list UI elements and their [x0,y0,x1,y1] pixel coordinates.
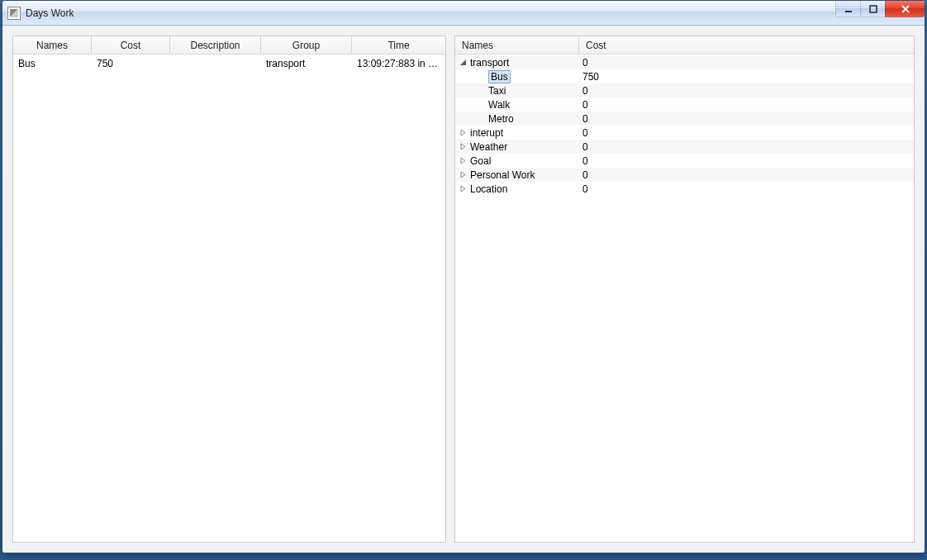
tree-node-cost: 0 [579,57,914,69]
tree-node-label[interactable]: Walk [488,99,510,111]
tree-col-header-cost[interactable]: Cost [579,36,914,54]
expander-spacer [477,101,485,109]
col-header-time[interactable]: Time [352,36,445,54]
close-icon [900,4,911,14]
tree-node-cost: 0 [579,141,914,153]
svg-marker-4 [460,59,466,65]
tree-indent: Location [455,183,579,195]
svg-rect-0 [845,11,852,12]
tree-row[interactable]: Metro0 [455,112,914,126]
tree-indent: transport [455,57,579,69]
tree-row[interactable]: interupt0 [455,126,914,140]
chevron-right-icon[interactable] [459,185,467,193]
svg-marker-5 [461,130,465,135]
expander-spacer [477,87,485,95]
tree-row[interactable]: Weather0 [455,140,914,154]
tree-node-cost: 0 [579,169,914,181]
tree-node-cost: 0 [579,99,914,111]
left-grid-header: Names Cost Description Group Time [13,36,445,55]
tree-node-label[interactable]: Metro [488,113,514,125]
chevron-right-icon[interactable] [459,129,467,137]
tree-row[interactable]: Walk0 [455,97,914,112]
tree-node-cost: 0 [579,155,914,167]
tree-row[interactable]: Location0 [455,182,914,196]
svg-rect-1 [870,6,877,12]
chevron-down-icon[interactable] [459,59,467,67]
tree-node-cost: 0 [579,113,914,125]
tree-col-header-names[interactable]: Names [455,36,579,54]
minimize-icon [844,4,853,14]
tree-node-label[interactable]: Personal Work [470,169,535,181]
col-header-description[interactable]: Description [170,36,261,54]
cell-names: Bus [13,58,92,69]
tree-row[interactable]: Bus750 [455,69,914,83]
tree-row[interactable]: Personal Work0 [455,168,914,182]
cell-time: 13:09:27:883 in 20... [352,58,445,69]
app-icon [7,7,21,20]
right-tree-header: Names Cost [455,36,914,55]
close-button[interactable] [885,1,925,17]
tree-row[interactable]: Taxi0 [455,83,914,97]
tree-node-label[interactable]: Weather [470,141,507,153]
tree-indent: Taxi [455,85,579,97]
col-header-group[interactable]: Group [261,36,352,54]
right-tree-panel: Names Cost transport0Bus750Taxi0Walk0Met… [454,36,915,543]
expander-spacer [477,73,485,81]
tree-row[interactable]: Goal0 [455,154,914,168]
tree-indent: Metro [455,113,579,125]
col-header-names[interactable]: Names [13,36,92,54]
tree-node-cost: 750 [579,71,914,83]
window-title: Days Work [26,7,74,19]
cell-cost: 750 [92,58,170,69]
svg-marker-7 [461,158,465,164]
tree-indent: Weather [455,141,579,153]
tree-indent: Walk [455,99,579,111]
col-header-cost[interactable]: Cost [92,36,170,54]
tree-row[interactable]: transport0 [455,55,914,69]
tree-indent: Personal Work [455,169,579,181]
svg-marker-6 [461,144,465,149]
svg-marker-8 [461,172,465,178]
chevron-right-icon[interactable] [459,157,467,165]
expander-spacer [477,115,485,123]
chevron-right-icon[interactable] [459,171,467,179]
cell-group: transport [261,58,352,69]
left-grid-panel: Names Cost Description Group Time Bus750… [12,36,446,543]
svg-marker-9 [461,186,465,192]
chevron-right-icon[interactable] [459,143,467,151]
tree-indent: Goal [455,155,579,167]
app-window: Days Work Names Cost Description [2,0,925,553]
minimize-button[interactable] [835,1,860,17]
tree-node-label[interactable]: transport [470,57,509,69]
titlebar[interactable]: Days Work [2,1,925,26]
tree-node-label[interactable]: Goal [470,155,491,167]
tree-node-label[interactable]: interupt [470,127,503,139]
maximize-icon [868,4,878,14]
tree-node-label[interactable]: Taxi [488,85,506,97]
tree-node-cost: 0 [579,183,914,195]
table-row[interactable]: Bus750transport13:09:27:883 in 20... [13,55,445,73]
tree-node-cost: 0 [579,127,914,139]
window-controls [835,1,925,17]
left-grid-body: Bus750transport13:09:27:883 in 20... [13,55,445,542]
tree-indent: Bus [455,70,579,83]
tree-node-label[interactable]: Location [470,183,507,195]
tree-node-label[interactable]: Bus [488,70,511,83]
right-tree-body: transport0Bus750Taxi0Walk0Metro0interupt… [455,55,914,542]
tree-indent: interupt [455,127,579,139]
client-area: Names Cost Description Group Time Bus750… [2,26,925,553]
maximize-button[interactable] [860,1,885,17]
tree-node-cost: 0 [579,85,914,97]
